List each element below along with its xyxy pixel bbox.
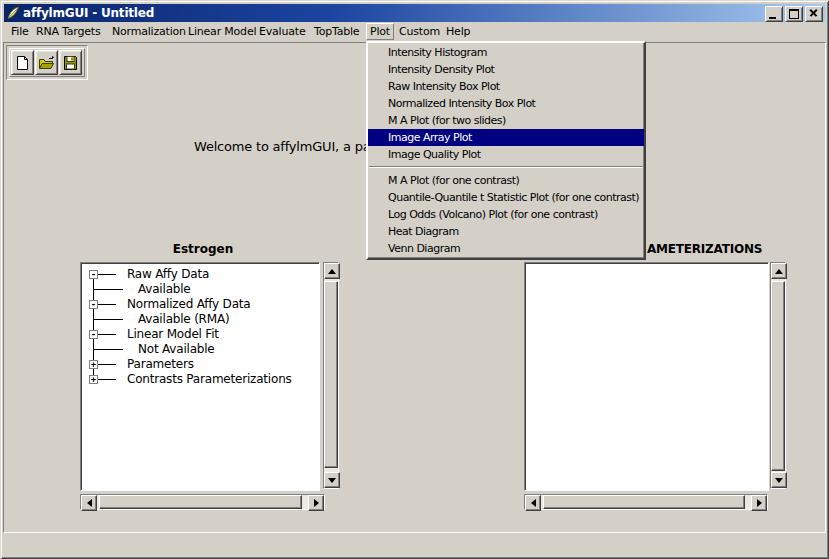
- tree-node-label[interactable]: Linear Model Fit: [127, 327, 219, 342]
- tree-branch-line: [93, 349, 123, 350]
- arrow-right-icon: [757, 499, 762, 507]
- arrow-left-icon: [87, 499, 92, 507]
- welcome-text: Welcome to affylmGUI, a pa: [194, 139, 370, 154]
- scroll-up-button[interactable]: [324, 263, 340, 279]
- tree-row[interactable]: Not Available: [83, 342, 317, 357]
- save-file-button[interactable]: [59, 50, 82, 75]
- tree-collapse-toggle[interactable]: -: [89, 270, 98, 279]
- tree-node-label[interactable]: Available (RMA): [138, 312, 229, 327]
- tree-row[interactable]: Available: [83, 282, 317, 297]
- tree-node-label[interactable]: Not Available: [138, 342, 215, 357]
- app-feather-icon: [6, 6, 20, 20]
- dataset-tree-listbox[interactable]: - Raw Affy Data Available - Normalized A…: [80, 262, 320, 491]
- tree-row[interactable]: - Raw Affy Data: [83, 267, 317, 282]
- open-folder-icon: [38, 55, 55, 71]
- tree-node-label[interactable]: Available: [138, 282, 191, 297]
- tree-row[interactable]: + Contrasts Parameterizations: [83, 372, 317, 387]
- open-file-button[interactable]: [35, 50, 58, 75]
- scroll-down-button[interactable]: [324, 472, 340, 488]
- tree-collapse-toggle[interactable]: -: [89, 330, 98, 339]
- scroll-right-button[interactable]: [751, 495, 767, 511]
- close-button[interactable]: [805, 6, 823, 22]
- toolbar: [6, 45, 88, 80]
- menu-item-normalized-intensity-box-plot[interactable]: Normalized Intensity Box Plot: [368, 95, 644, 112]
- menu-separator: [369, 166, 643, 168]
- status-bar: [3, 534, 826, 555]
- menu-item-raw-intensity-box-plot[interactable]: Raw Intensity Box Plot: [368, 78, 644, 95]
- application-window: affylmGUI - Untitled File RNA Targets No…: [0, 0, 829, 559]
- menubar-item-file[interactable]: File: [7, 23, 33, 40]
- tree-branch-line: [98, 364, 116, 365]
- menubar-item-evaluate[interactable]: Evaluate: [255, 23, 309, 40]
- scroll-right-button[interactable]: [308, 495, 324, 511]
- contrasts-listbox[interactable]: [524, 262, 769, 491]
- scroll-left-button[interactable]: [81, 495, 97, 511]
- tree-row[interactable]: - Linear Model Fit: [83, 327, 317, 342]
- right-horizontal-scrollbar[interactable]: [524, 494, 768, 510]
- horizontal-scrollbar-thumb[interactable]: [99, 495, 302, 509]
- tree-expand-toggle[interactable]: +: [89, 375, 98, 384]
- scroll-down-button[interactable]: [771, 472, 787, 488]
- tree-node-label[interactable]: Contrasts Parameterizations: [127, 372, 292, 387]
- menubar-item-plot[interactable]: Plot: [366, 23, 394, 40]
- vertical-scrollbar-thumb[interactable]: [324, 281, 338, 468]
- toolbar-group: [9, 48, 85, 77]
- tree-branch-line: [93, 319, 123, 320]
- arrow-right-icon: [314, 499, 319, 507]
- menubar-item-toptable[interactable]: TopTable: [310, 23, 363, 40]
- tree-row[interactable]: + Parameters: [83, 357, 317, 372]
- left-horizontal-scrollbar[interactable]: [80, 494, 325, 510]
- new-document-icon: [15, 55, 30, 71]
- menu-item-qq-t-statistic-plot[interactable]: Quantile-Quantile t Statistic Plot (for …: [368, 189, 644, 206]
- vertical-scrollbar-thumb[interactable]: [771, 281, 785, 471]
- tree-expand-toggle[interactable]: +: [89, 360, 98, 369]
- left-vertical-scrollbar[interactable]: [323, 262, 339, 489]
- tree-node-label[interactable]: Parameters: [127, 357, 194, 372]
- menubar-item-normalization[interactable]: Normalization: [108, 23, 190, 40]
- arrow-up-icon: [328, 269, 336, 274]
- scroll-up-button[interactable]: [771, 263, 787, 279]
- tree-branch-line: [98, 304, 116, 305]
- left-panel-title: Estrogen: [80, 242, 326, 256]
- minimize-button[interactable]: [765, 6, 783, 22]
- tree-node-label[interactable]: Normalized Affy Data: [127, 297, 250, 312]
- tree-row[interactable]: Available (RMA): [83, 312, 317, 327]
- menubar-item-help[interactable]: Help: [442, 23, 474, 40]
- horizontal-scrollbar-thumb[interactable]: [543, 495, 745, 509]
- scroll-left-button[interactable]: [525, 495, 541, 511]
- arrow-down-icon: [775, 478, 783, 483]
- save-floppy-icon: [63, 55, 78, 71]
- menu-item-intensity-histogram[interactable]: Intensity Histogram: [368, 44, 644, 61]
- right-vertical-scrollbar[interactable]: [770, 262, 786, 489]
- menu-bar: File RNA Targets Normalization Linear Mo…: [3, 22, 826, 41]
- menu-item-image-array-plot[interactable]: Image Array Plot: [368, 129, 644, 146]
- menu-item-image-quality-plot[interactable]: Image Quality Plot: [368, 146, 644, 163]
- right-panel-title-partial: AMETERIZATIONS: [647, 242, 762, 256]
- tree-branch-line: [98, 274, 116, 275]
- menubar-item-linear-model[interactable]: Linear Model: [184, 23, 260, 40]
- arrow-up-icon: [775, 269, 783, 274]
- menu-item-intensity-density-plot[interactable]: Intensity Density Plot: [368, 61, 644, 78]
- menu-item-ma-plot-two-slides[interactable]: M A Plot (for two slides): [368, 112, 644, 129]
- menubar-item-rna-targets[interactable]: RNA Targets: [32, 23, 104, 40]
- maximize-button[interactable]: [785, 6, 803, 22]
- tree-row[interactable]: - Normalized Affy Data: [83, 297, 317, 312]
- maximize-icon: [789, 9, 799, 19]
- menu-item-venn-diagram[interactable]: Venn Diagram: [368, 240, 644, 257]
- menu-item-log-odds-volcano-plot[interactable]: Log Odds (Volcano) Plot (for one contras…: [368, 206, 644, 223]
- menu-item-ma-plot-one-contrast[interactable]: M A Plot (for one contrast): [368, 172, 644, 189]
- minimize-icon: [769, 17, 776, 19]
- dataset-tree: - Raw Affy Data Available - Normalized A…: [83, 265, 317, 489]
- new-file-button[interactable]: [11, 50, 34, 75]
- tree-collapse-toggle[interactable]: -: [89, 300, 98, 309]
- title-bar: affylmGUI - Untitled: [4, 4, 825, 22]
- plot-dropdown-menu: Intensity Histogram Intensity Density Pl…: [366, 41, 646, 260]
- menubar-item-custom[interactable]: Custom: [395, 23, 444, 40]
- menu-item-heat-diagram[interactable]: Heat Diagram: [368, 223, 644, 240]
- tree-node-label[interactable]: Raw Affy Data: [127, 267, 209, 282]
- tree-branch-line: [98, 334, 116, 335]
- arrow-left-icon: [531, 499, 536, 507]
- arrow-down-icon: [328, 478, 336, 483]
- tree-branch-line: [98, 379, 116, 380]
- tree-branch-line: [93, 289, 123, 290]
